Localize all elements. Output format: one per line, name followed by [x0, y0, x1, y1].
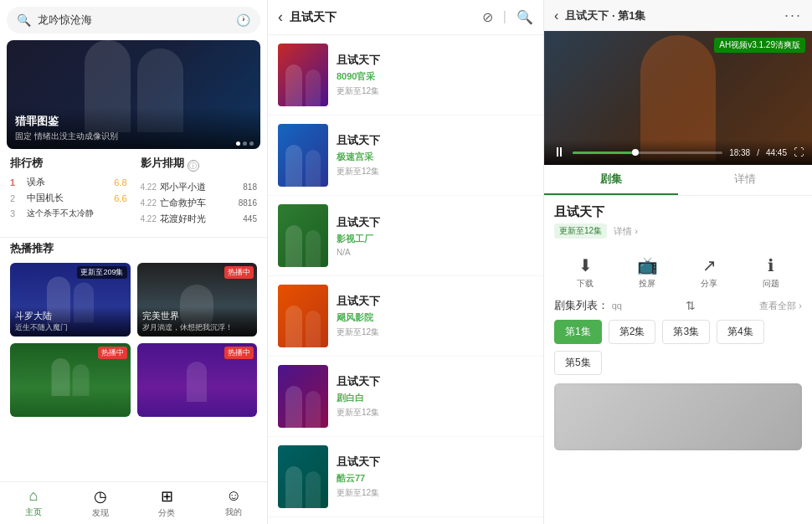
source-title-1: 且试天下	[337, 53, 533, 68]
source-item-6[interactable]: 且试天下 酷云77 更新至12集	[268, 437, 543, 517]
thumb-figure-1	[278, 50, 328, 107]
hot-item-title-1: 斗罗大陆	[15, 310, 126, 322]
fullscreen-icon[interactable]: ⛶	[794, 146, 804, 158]
source-info-1: 且试天下 8090官采 更新至12集	[337, 53, 533, 97]
help-button[interactable]: ℹ 问题	[740, 255, 802, 290]
movie-date-2: 4.22	[141, 198, 157, 208]
episode-header: 剧集列表： qq ⇅ 查看全部 ›	[554, 298, 802, 313]
rank-item-1[interactable]: 1 误杀 6.8	[10, 176, 127, 188]
hot-badge-4: 热播中	[224, 347, 254, 359]
nav-profile[interactable]: ☺ 我的	[200, 487, 267, 519]
video-meta-row: 更新至12集 详情 ›	[554, 223, 802, 239]
pause-icon[interactable]: ⏸	[552, 145, 566, 160]
thumb-person-8	[306, 311, 321, 347]
hot-item-4[interactable]: 热播中	[137, 343, 258, 417]
share-button[interactable]: ↗ 分享	[678, 255, 740, 290]
middle-back-button[interactable]: ‹	[278, 8, 283, 26]
hot-item-title-2: 完美世界	[142, 310, 253, 322]
episode-btn-4[interactable]: 第4集	[717, 320, 764, 344]
rank-item-3[interactable]: 3 这个杀手不太冷静	[10, 208, 127, 219]
sort-icon[interactable]: ⇅	[686, 299, 696, 312]
episode-btn-5[interactable]: 第5集	[554, 351, 602, 375]
movie-name-1: 邓小平小道	[160, 181, 239, 193]
clock-icon: 🕐	[236, 13, 250, 27]
nav-category[interactable]: ⊞ 分类	[134, 487, 201, 519]
source-thumb-3	[278, 204, 328, 267]
episode-btn-3[interactable]: 第3集	[662, 320, 710, 344]
movie-views-2: 8816	[239, 198, 257, 208]
movie-views-3: 445	[243, 214, 257, 223]
search-icon-middle[interactable]: 🔍	[516, 9, 533, 25]
hot-item-3[interactable]: 热播中	[10, 343, 131, 417]
source-title-4: 且试天下	[337, 294, 533, 309]
source-thumb-1	[278, 44, 328, 106]
rank-score-1: 6.8	[114, 177, 126, 188]
divider-icon: |	[503, 9, 506, 25]
video-player[interactable]: AH视频v3.1.29清爽版 ⏸ 18:38 / 44:45 ⛶	[544, 31, 812, 165]
movie-row-3[interactable]: 4.22 花渡好时光 445	[141, 213, 258, 225]
search-icon: 🔍	[17, 13, 31, 27]
search-bar[interactable]: 🔍 🕐	[7, 7, 260, 33]
episode-btn-2[interactable]: 第2集	[609, 320, 656, 344]
thumb-person-9	[285, 386, 302, 428]
detail-link[interactable]: 详情 ›	[614, 225, 638, 238]
right-back-button[interactable]: ‹	[554, 8, 558, 23]
source-item-1[interactable]: 且试天下 8090官采 更新至12集	[268, 35, 543, 116]
hot-item-1[interactable]: 更新至209集 斗罗大陆 近生不随入魔门	[10, 263, 131, 336]
info-icon[interactable]: ⓘ	[188, 160, 199, 172]
hot-badge-3: 热播中	[98, 347, 127, 359]
hero-banner[interactable]: 猎罪图鉴 固定 情绪出没主动成像识别	[7, 40, 260, 149]
episode-section: 剧集列表： qq ⇅ 查看全部 › 第1集 第2集 第3集 第4集 第5集	[544, 298, 812, 375]
cast-icon: 📺	[637, 255, 658, 275]
movie-row-2[interactable]: 4.22 亡命救护车 8816	[141, 197, 258, 209]
middle-search-title: 且试天下	[290, 10, 475, 25]
source-item-4[interactable]: 且试天下 飓风影院 更新至12集	[268, 276, 543, 357]
download-button[interactable]: ⬇ 下载	[554, 255, 616, 290]
source-list: 且试天下 8090官采 更新至12集 且试天下 极速宫采 更新至12集	[268, 35, 543, 524]
hot-section: 热播推荐 更新至209集 斗罗大陆 近生不随入魔门 热播中 完美世界 岁月淌遑，…	[0, 241, 267, 420]
hot-badge-1: 更新至209集	[77, 266, 126, 279]
hero-banner-overlay: 猎罪图鉴 固定 情绪出没主动成像识别	[7, 107, 260, 149]
search-input[interactable]	[38, 14, 229, 27]
movie-row-1[interactable]: 4.22 邓小平小道 818	[141, 181, 258, 193]
episode-source: qq	[612, 301, 622, 311]
source-info-4: 且试天下 飓风影院 更新至12集	[337, 294, 533, 338]
episode-btn-1[interactable]: 第1集	[554, 320, 602, 344]
action-row: ⬇ 下载 📺 投屏 ↗ 分享 ℹ 问题	[544, 255, 812, 298]
source-item-5[interactable]: 且试天下 剧白白 更新至12集	[268, 357, 543, 437]
episode-title-text: 剧集列表：	[554, 299, 609, 311]
progress-bar[interactable]	[573, 152, 722, 154]
movies-column: 影片排期 ⓘ 4.22 邓小平小道 818 4.22 亡命救护车 8816 4.…	[141, 156, 258, 229]
thumb-person-6	[306, 230, 321, 267]
video-header: ‹ 且试天下 · 第1集 ···	[544, 0, 812, 31]
source-info-5: 且试天下 剧白白 更新至12集	[337, 374, 533, 419]
filter-icon[interactable]: ⊘	[482, 9, 493, 25]
tab-details[interactable]: 详情	[678, 165, 812, 195]
rank-num-3: 3	[10, 208, 22, 218]
cast-button[interactable]: 📺 投屏	[616, 255, 678, 290]
movie-date-1: 4.22	[141, 182, 157, 192]
source-thumb-6	[278, 445, 328, 508]
tab-episodes[interactable]: 剧集	[544, 165, 678, 195]
rank-score-2: 6.6	[114, 193, 126, 203]
thumb-person-5	[285, 225, 302, 267]
source-item-3[interactable]: 且试天下 影视工厂 N/A	[268, 196, 543, 276]
source-item-2[interactable]: 且试天下 极速宫采 更新至12集	[268, 116, 543, 196]
profile-icon: ☺	[226, 487, 241, 505]
update-badge: 更新至12集	[554, 223, 607, 239]
view-all-button[interactable]: 查看全部 ›	[759, 300, 802, 312]
thumb-person-12	[306, 471, 321, 508]
movies-title: 影片排期	[141, 156, 184, 171]
source-name-4: 飓风影院	[337, 311, 533, 324]
hero-title: 猎罪图鉴	[15, 114, 252, 129]
hot-item-sub-2: 岁月淌遑，休想把我沉浮！	[142, 322, 253, 333]
hero-subtitle: 固定 情绪出没主动成像识别	[15, 131, 252, 142]
movie-views-1: 818	[243, 182, 257, 192]
nav-discover[interactable]: ◷ 发现	[67, 487, 134, 519]
rank-item-2[interactable]: 2 中国机长 6.6	[10, 192, 127, 204]
nav-home[interactable]: ⌂ 主页	[0, 487, 67, 519]
left-panel: 🔍 🕐 猎罪图鉴 固定 情绪出没主动成像识别 排行榜 1 误杀 6.8	[0, 0, 268, 524]
more-options-icon[interactable]: ···	[784, 7, 802, 24]
episode-title: 剧集列表： qq	[554, 298, 622, 313]
hot-item-2[interactable]: 热播中 完美世界 岁月淌遑，休想把我沉浮！	[137, 263, 258, 336]
